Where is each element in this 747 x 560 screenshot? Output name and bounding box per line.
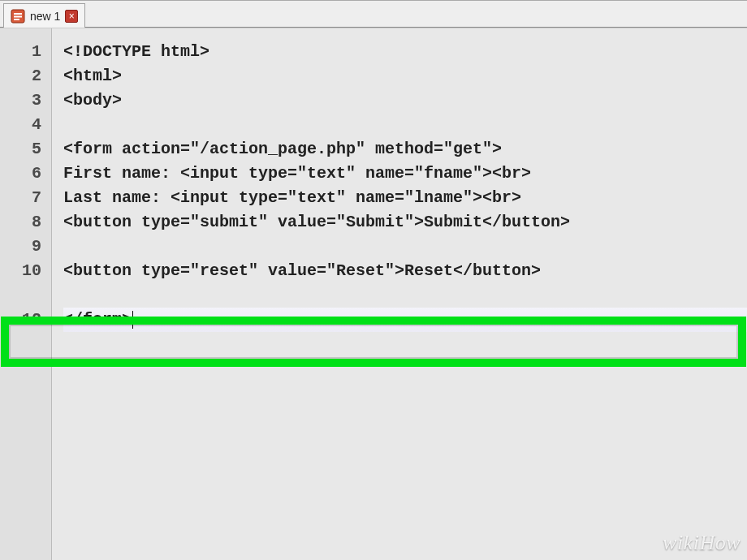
code-line[interactable]: <form action="/action_page.php" method="…: [63, 137, 747, 162]
editor-window: new 1 × 1234567891012 <!DOCTYPE html><ht…: [0, 0, 747, 560]
file-icon: [11, 9, 25, 24]
svg-rect-2: [14, 15, 22, 17]
line-number: 10: [0, 259, 51, 283]
code-line[interactable]: <button type="reset" value="Reset">Reset…: [63, 259, 747, 283]
code-line[interactable]: [63, 283, 747, 308]
code-line[interactable]: First name: <input type="text" name="fna…: [63, 162, 747, 186]
code-line[interactable]: [63, 113, 747, 137]
code-line[interactable]: Last name: <input type="text" name="lnam…: [63, 186, 747, 210]
line-number-gutter: 1234567891012: [0, 28, 52, 560]
close-icon[interactable]: ×: [65, 10, 78, 23]
code-line[interactable]: [63, 235, 747, 259]
line-number: 5: [0, 137, 51, 162]
code-line[interactable]: </form>: [63, 308, 747, 332]
code-line[interactable]: <html>: [63, 64, 747, 88]
line-number: 9: [0, 235, 51, 259]
code-line[interactable]: <button type="submit" value="Submit">Sub…: [63, 210, 747, 235]
tab-title: new 1: [30, 10, 60, 23]
code-area[interactable]: <!DOCTYPE html><html><body><form action=…: [52, 28, 747, 560]
line-number: 8: [0, 210, 51, 235]
line-number: 6: [0, 162, 51, 186]
line-number: 2: [0, 64, 51, 88]
file-tab[interactable]: new 1 ×: [3, 3, 85, 28]
svg-rect-1: [14, 13, 22, 15]
line-number: 12: [0, 308, 51, 332]
tab-bar: new 1 ×: [0, 0, 747, 28]
line-number: [0, 283, 51, 308]
code-line[interactable]: <!DOCTYPE html>: [63, 40, 747, 64]
line-number: 3: [0, 88, 51, 113]
line-number: 1: [0, 40, 51, 64]
text-caret: [132, 311, 133, 329]
line-number: 4: [0, 113, 51, 137]
line-number: 7: [0, 186, 51, 210]
code-line[interactable]: <body>: [63, 88, 747, 113]
svg-rect-3: [14, 19, 19, 20]
editor[interactable]: 1234567891012 <!DOCTYPE html><html><body…: [0, 28, 747, 560]
editor-body: 1234567891012 <!DOCTYPE html><html><body…: [0, 28, 747, 560]
